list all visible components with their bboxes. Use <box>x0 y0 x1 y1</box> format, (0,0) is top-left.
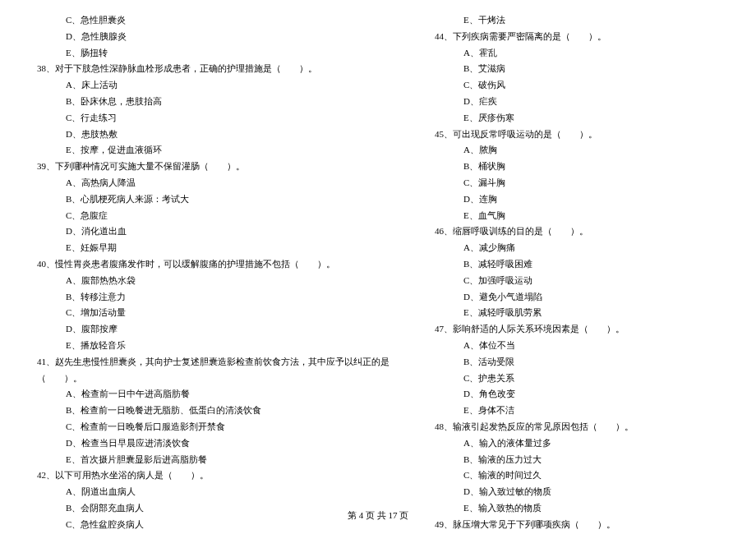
option-text: B、卧床休息，患肢抬高 <box>25 94 390 110</box>
option-text: C、护患关系 <box>422 371 731 387</box>
option-text: A、输入的液体量过多 <box>422 435 731 452</box>
option-text: E、身体不洁 <box>422 403 731 419</box>
option-text: D、检查当日早晨应进清淡饮食 <box>25 435 390 452</box>
option-text: A、高热病人降温 <box>25 175 390 191</box>
option-text: B、减轻呼吸困难 <box>422 256 731 273</box>
option-text: D、消化道出血 <box>25 223 390 240</box>
option-text: B、活动受限 <box>422 354 731 371</box>
option-text: C、破伤风 <box>422 77 731 94</box>
option-text: D、患肢热敷 <box>25 127 390 143</box>
question-text: 40、慢性胃炎患者腹痛发作时，可以缓解腹痛的护理措施不包括（ ）。 <box>25 256 390 273</box>
option-text: A、阴道出血病人 <box>25 484 390 500</box>
option-text: C、增加活动量 <box>25 305 390 321</box>
option-text: E、肠扭转 <box>25 45 390 62</box>
option-text: C、输液的时间过久 <box>422 467 731 484</box>
option-text: A、减少胸痛 <box>422 240 731 256</box>
option-text: A、腹部热热水袋 <box>25 273 390 289</box>
option-text: A、检查前一日中午进高脂肪餐 <box>25 386 390 403</box>
option-text: B、输液的压力过大 <box>422 452 731 468</box>
question-text: 44、下列疾病需要严密隔离的是（ ）。 <box>422 29 731 45</box>
question-text: 42、以下可用热水坐浴的病人是（ ）。 <box>25 467 390 484</box>
option-text: E、首次摄片胆囊显影后进高脂肪餐 <box>25 452 390 468</box>
option-text: D、连胸 <box>422 191 731 208</box>
option-text: C、急腹症 <box>25 208 390 224</box>
option-text: E、播放轻音乐 <box>25 338 390 354</box>
option-text: E、厌疹伤寒 <box>422 110 731 127</box>
question-text: 39、下列哪种情况可实施大量不保留灌肠（ ）。 <box>25 159 390 175</box>
option-text: B、检查前一日晚餐进无脂肪、低蛋白的清淡饮食 <box>25 403 390 419</box>
option-text: E、血气胸 <box>422 208 731 224</box>
option-text: C、急性胆囊炎 <box>25 12 390 29</box>
option-text: E、妊娠早期 <box>25 240 390 256</box>
option-text: D、角色改变 <box>422 386 731 403</box>
option-text: B、转移注意力 <box>25 289 390 306</box>
page-container: C、急性胆囊炎D、急性胰腺炎E、肠扭转38、对于下肢急性深静脉血栓形成患者，正确… <box>25 12 731 534</box>
option-text: E、按摩，促进血液循环 <box>25 142 390 159</box>
option-text: A、床上活动 <box>25 77 390 94</box>
right-column: E、干烤法44、下列疾病需要严密隔离的是（ ）。A、霍乱B、艾滋病C、破伤风D、… <box>422 12 731 534</box>
question-text: 38、对于下肢急性深静脉血栓形成患者，正确的护理措施是（ ）。 <box>25 61 390 77</box>
option-text: B、艾滋病 <box>422 61 731 77</box>
question-text: 47、影响舒适的人际关系环境因素是（ ）。 <box>422 321 731 338</box>
option-text: D、输入致过敏的物质 <box>422 484 731 500</box>
question-continuation: （ ）。 <box>25 371 390 387</box>
option-text: C、行走练习 <box>25 110 390 127</box>
option-text: B、桶状胸 <box>422 159 731 175</box>
option-text: E、减轻呼吸肌劳累 <box>422 305 731 321</box>
option-text: A、体位不当 <box>422 338 731 354</box>
question-text: 45、可出现反常呼吸运动的是（ ）。 <box>422 127 731 143</box>
question-text: 41、赵先生患慢性胆囊炎，其向护士复述胆囊造影检查前饮食方法，其中应予以纠正的是 <box>25 354 390 371</box>
option-text: C、检查前一日晚餐后口服造影剂开禁食 <box>25 419 390 435</box>
question-text: 46、缩唇呼吸训练的目的是（ ）。 <box>422 223 731 240</box>
option-text: A、霍乱 <box>422 45 731 62</box>
option-text: D、腹部按摩 <box>25 321 390 338</box>
option-text: C、加强呼吸运动 <box>422 273 731 289</box>
option-text: A、脓胸 <box>422 142 731 159</box>
option-text: D、急性胰腺炎 <box>25 29 390 45</box>
option-text: C、漏斗胸 <box>422 175 731 191</box>
question-text: 48、输液引起发热反应的常见原因包括（ ）。 <box>422 419 731 435</box>
option-text: B、心肌梗死病人来源：考试大 <box>25 191 390 208</box>
left-column: C、急性胆囊炎D、急性胰腺炎E、肠扭转38、对于下肢急性深静脉血栓形成患者，正确… <box>25 12 390 534</box>
option-text: D、避免小气道塌陷 <box>422 289 731 306</box>
page-footer: 第 4 页 共 17 页 <box>0 509 756 522</box>
option-text: E、干烤法 <box>422 12 731 29</box>
option-text: D、疟疾 <box>422 94 731 110</box>
